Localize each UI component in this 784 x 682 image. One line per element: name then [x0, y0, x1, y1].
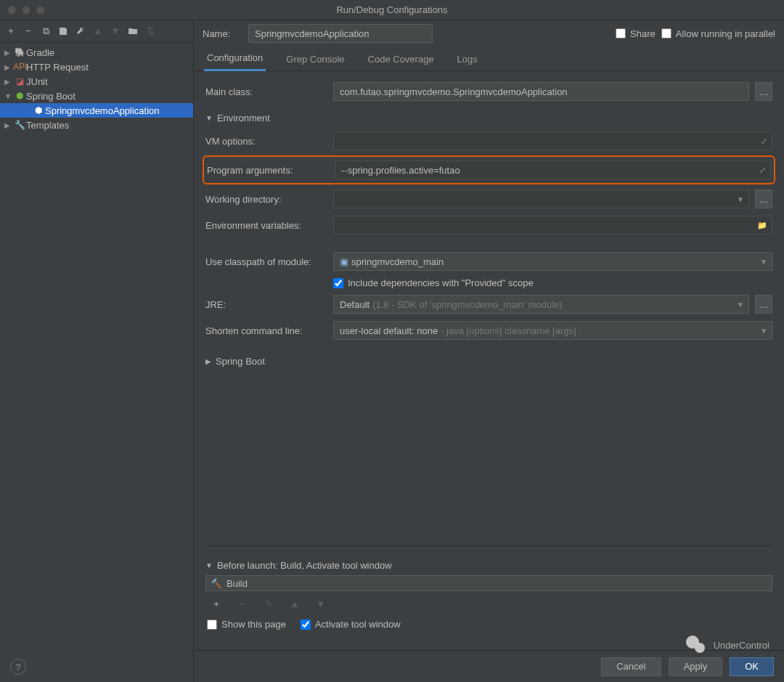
- share-checkbox[interactable]: Share: [616, 28, 656, 39]
- wrench-icon[interactable]: [73, 23, 89, 39]
- main-class-browse[interactable]: …: [755, 82, 772, 101]
- before-launch-panel: ▼Before launch: Build, Activate tool win…: [205, 545, 772, 633]
- jre-label: JRE:: [205, 299, 327, 310]
- allow-parallel-checkbox[interactable]: Allow running in parallel: [661, 28, 775, 39]
- tab-grep-console[interactable]: Grep Console: [283, 48, 347, 70]
- shorten-select[interactable]: user-local default: none - java [options…: [333, 321, 772, 340]
- tab-code-coverage[interactable]: Code Coverage: [365, 48, 437, 70]
- tree-label: SpringmvcdemoApplication: [45, 105, 160, 116]
- down-icon: ▼: [313, 596, 329, 612]
- window-controls: [7, 6, 45, 15]
- classpath-select[interactable]: ▣ springmvcdemo_main ▼: [333, 252, 772, 271]
- vm-options-input[interactable]: ⤢: [333, 131, 772, 150]
- folder-icon[interactable]: 📁: [757, 221, 767, 230]
- tree-item-templates[interactable]: ▶🔧 Templates: [0, 118, 193, 132]
- sort-icon: ⇅: [142, 23, 158, 39]
- expand-icon[interactable]: ⤢: [761, 137, 767, 146]
- program-args-input[interactable]: --spring.profiles.active=futao ⤢: [335, 161, 771, 179]
- tree-item-gradle[interactable]: ▶🐘 Gradle: [0, 45, 193, 60]
- program-args-label: Program arguments:: [207, 165, 329, 176]
- window-title: Run/Debug Configurations: [336, 4, 447, 15]
- build-task-row[interactable]: 🔨 Build: [205, 575, 772, 591]
- cancel-button[interactable]: Cancel: [601, 657, 661, 676]
- tree-item-junit[interactable]: ▶◪ JUnit: [0, 74, 193, 89]
- up-icon: ▲: [287, 596, 303, 612]
- jre-select[interactable]: Default (1.8 - SDK of 'springmvcdemo_mai…: [333, 295, 749, 314]
- title-bar: Run/Debug Configurations: [0, 0, 784, 20]
- expand-icon[interactable]: ⤢: [759, 166, 766, 175]
- tree-label: Spring Boot: [26, 91, 75, 102]
- down-icon: ▼: [107, 23, 123, 39]
- tab-bar: Configuration Grep Console Code Coverage…: [194, 46, 784, 71]
- ok-button[interactable]: OK: [730, 657, 774, 676]
- env-vars-label: Environment variables:: [205, 220, 327, 231]
- working-dir-browse[interactable]: …: [755, 190, 772, 208]
- zoom-dot[interactable]: [36, 6, 45, 15]
- name-label: Name:: [203, 28, 242, 39]
- classpath-label: Use classpath of module:: [205, 256, 327, 267]
- sidebar: + − ⧉ ▲ ▼ ⇅ ▶🐘 Gradle ▶API HTTP Reque: [0, 20, 194, 682]
- close-dot[interactable]: [7, 6, 16, 15]
- module-icon: ▣: [340, 256, 348, 267]
- include-provided-checkbox[interactable]: Include dependencies with "Provided" sco…: [333, 277, 534, 288]
- name-input[interactable]: [248, 24, 433, 43]
- before-launch-toolbar: + − ✎ ▲ ▼: [205, 591, 772, 616]
- tree-label: HTTP Request: [26, 62, 89, 73]
- environment-section[interactable]: ▼Environment: [205, 107, 772, 128]
- chevron-down-icon[interactable]: ▼: [760, 327, 767, 335]
- tree-label: Templates: [26, 120, 69, 131]
- working-dir-label: Working directory:: [205, 194, 327, 205]
- before-launch-header[interactable]: ▼Before launch: Build, Activate tool win…: [205, 555, 772, 575]
- vm-options-label: VM options:: [205, 136, 327, 147]
- copy-icon[interactable]: ⧉: [38, 23, 54, 39]
- edit-icon: ✎: [261, 596, 277, 612]
- folder-move-icon[interactable]: [125, 23, 141, 39]
- minimize-dot[interactable]: [22, 6, 30, 15]
- configuration-panel: Main class: com.futao.springmvcdemo.Spri…: [194, 71, 784, 650]
- activate-tool-window-checkbox[interactable]: Activate tool window: [301, 619, 401, 630]
- jre-browse[interactable]: …: [755, 295, 772, 314]
- hammer-icon: 🔨: [211, 578, 222, 589]
- help-button[interactable]: ?: [10, 659, 26, 675]
- tree-item-http[interactable]: ▶API HTTP Request: [0, 60, 193, 74]
- main-class-input[interactable]: com.futao.springmvcdemo.SpringmvcdemoApp…: [333, 82, 749, 101]
- apply-button[interactable]: Apply: [669, 657, 723, 676]
- name-row: Name: Share Allow running in parallel: [194, 20, 784, 46]
- spring-boot-section[interactable]: ▶Spring Boot: [205, 351, 772, 371]
- program-args-highlight: Program arguments: --spring.profiles.act…: [203, 155, 775, 184]
- chevron-down-icon[interactable]: ▼: [760, 258, 767, 266]
- tab-configuration[interactable]: Configuration: [204, 46, 266, 71]
- main-class-label: Main class:: [205, 86, 327, 97]
- up-icon: ▲: [90, 23, 106, 39]
- tab-logs[interactable]: Logs: [454, 48, 481, 70]
- tree-label: Gradle: [26, 47, 54, 58]
- show-this-page-checkbox[interactable]: Show this page: [207, 619, 286, 630]
- dialog-footer: Cancel Apply OK: [194, 650, 784, 682]
- add-icon[interactable]: +: [208, 596, 224, 612]
- add-icon[interactable]: +: [3, 23, 19, 39]
- chevron-down-icon[interactable]: ▼: [737, 301, 744, 309]
- working-dir-input[interactable]: ▼: [333, 190, 749, 208]
- shorten-label: Shorten command line:: [205, 325, 327, 336]
- tree-item-springmvcdemo[interactable]: ⬢ SpringmvcdemoApplication: [0, 103, 193, 118]
- env-vars-input[interactable]: 📁: [333, 216, 772, 235]
- tree-label: JUnit: [26, 76, 48, 87]
- chevron-down-icon[interactable]: ▼: [737, 195, 744, 203]
- sidebar-toolbar: + − ⧉ ▲ ▼ ⇅: [0, 20, 193, 42]
- remove-icon: −: [234, 596, 250, 612]
- content-pane: Name: Share Allow running in parallel Co…: [194, 20, 784, 682]
- remove-icon[interactable]: −: [20, 23, 36, 39]
- tree-item-spring-boot[interactable]: ▼⬢ Spring Boot: [0, 89, 193, 103]
- save-icon[interactable]: [55, 23, 71, 39]
- config-tree: ▶🐘 Gradle ▶API HTTP Request ▶◪ JUnit ▼⬢ …: [0, 42, 193, 682]
